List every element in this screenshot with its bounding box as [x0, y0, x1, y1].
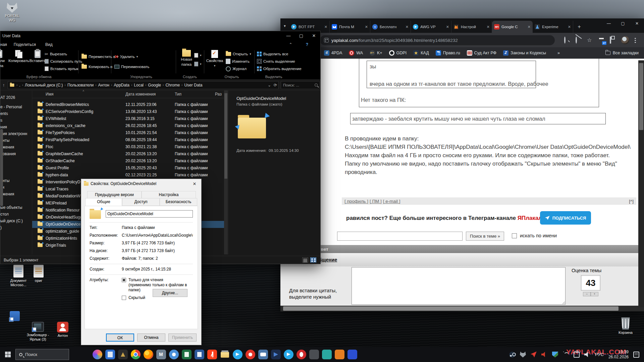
orange-app-icon[interactable] [335, 350, 344, 359]
select-all-button[interactable]: Выделить все [257, 51, 288, 57]
tab-google-active[interactable]: ЯПGoogle C✕ [492, 21, 533, 33]
up-arrow-icon[interactable]: ↑ [0, 82, 7, 87]
close-icon[interactable]: ✕ [487, 25, 490, 29]
tab-awg[interactable]: AWG VP✕ [411, 21, 451, 33]
metatrader-icon[interactable] [156, 350, 166, 359]
clock[interactable]: 19:3926.02.2026 [608, 350, 629, 360]
close-icon[interactable]: ✕ [324, 25, 327, 29]
rating-stepper[interactable]: –+ [583, 292, 598, 296]
move-to-button[interactable]: Переместить в▾ [82, 53, 118, 60]
close-button[interactable]: ✕ [308, 31, 320, 40]
navy-app-icon[interactable] [271, 350, 281, 359]
ribbon-collapse-icon[interactable]: ⌃ [284, 42, 297, 47]
message-textarea[interactable] [352, 267, 566, 305]
cancel-button[interactable]: Отмена [137, 334, 165, 342]
crumb[interactable]: Google [148, 83, 161, 87]
close-icon[interactable]: ✕ [365, 25, 368, 29]
pm-link[interactable]: [ ПМ ] [370, 199, 382, 204]
dark-app-icon[interactable] [309, 350, 319, 359]
taskbar-search-input[interactable]: Поиск [15, 349, 69, 360]
eye-off-icon[interactable] [576, 37, 577, 44]
column-date[interactable]: Дата изменения [125, 92, 156, 97]
invert-selection-button[interactable]: Обратить выделение [257, 65, 302, 72]
red-plane-icon[interactable] [531, 352, 537, 358]
email-link[interactable]: [ e-mail ] [383, 199, 400, 204]
red-volume-icon[interactable] [541, 352, 547, 358]
table-row[interactable]: ECSerivceProvidersConfig13.08.2020 13:43… [32, 108, 224, 115]
desktop-icon-recycle-bin[interactable]: Корзина [611, 317, 640, 335]
word-icon[interactable] [195, 350, 204, 359]
yandex-icon[interactable] [207, 350, 217, 359]
crumb[interactable]: Антон [98, 83, 109, 87]
tab-security[interactable]: Безопасность [160, 198, 197, 206]
crumb[interactable]: . [19, 83, 20, 87]
bookmark-star-icon[interactable]: ☆ [587, 37, 593, 43]
crumb[interactable]: Local [134, 83, 144, 87]
crumb[interactable]: AppData [114, 83, 129, 87]
tab-customize[interactable]: Настройка [142, 191, 196, 198]
opera-icon[interactable] [297, 350, 306, 359]
steam-icon[interactable] [509, 352, 515, 358]
table-row[interactable]: Guest Profile15.05.2025 20:43Папка с фай… [32, 165, 224, 172]
tab-nastroy[interactable]: Настрой✕ [451, 21, 492, 33]
notification-icon[interactable] [633, 352, 639, 358]
tab-general[interactable]: Общие [85, 198, 122, 206]
shield-warning-icon[interactable] [552, 352, 558, 358]
bookmark-sudact[interactable]: Суд Акт РФ [467, 50, 496, 56]
column-name[interactable]: Имя [46, 92, 53, 97]
firefox-icon[interactable] [144, 350, 153, 359]
tab-share[interactable]: Поделиться [9, 42, 41, 47]
avatar[interactable] [621, 36, 629, 44]
wolf-icon[interactable] [520, 352, 526, 358]
table-row[interactable]: hyphen-data02.12.2023 21:25Папка с файла… [32, 172, 224, 179]
apply-button[interactable]: Применить [168, 334, 197, 342]
star-app-icon[interactable] [93, 350, 102, 359]
profile-link[interactable]: [ профиль ] [344, 199, 368, 204]
copy-button[interactable]: Копировать [10, 50, 28, 63]
chevron-down-icon[interactable]: ⌄ [268, 83, 271, 87]
wot-icon[interactable] [118, 350, 128, 359]
hidden-checkbox[interactable] [122, 296, 126, 300]
pin-quick-access-button[interactable]: анелитупа [0, 50, 8, 68]
refresh-icon[interactable]: ⟳ [274, 83, 277, 87]
table-row[interactable]: DeferredBrowserMetrics12.11.2025 23:06Па… [32, 101, 224, 108]
minimize-button[interactable]: — [602, 18, 616, 28]
explorer-folder-icon[interactable] [220, 350, 230, 359]
bookmark-wa[interactable]: WA [349, 50, 363, 56]
desktop-icon-zombie[interactable]: Зомбоящер - Ярлык (3) [23, 322, 52, 342]
rating-minus-button[interactable]: – [583, 292, 591, 296]
minimize-button[interactable]: — [282, 31, 295, 40]
paste-shortcut-button[interactable]: Вставить ярлык [45, 65, 78, 72]
subscribe-button[interactable]: ПОДПИСАТЬСЯ [540, 211, 591, 225]
crumb[interactable]: Локальный диск (C:) [25, 83, 63, 87]
ok-circle-icon[interactable] [169, 350, 179, 359]
thumbnails-view-icon[interactable] [310, 257, 316, 262]
help-icon[interactable]: ? [301, 42, 313, 47]
breadcrumb[interactable]: ›. ›Локальный диск (C:) ›Пользователи ›А… [8, 81, 279, 89]
column-size[interactable]: Раз [215, 92, 222, 97]
sidebar-scrollbar[interactable] [0, 129, 3, 206]
bookmark-gdpi[interactable]: GDPI [389, 50, 407, 56]
tab-sharing[interactable]: Доступ [122, 198, 160, 206]
scrollbar-thumb[interactable] [224, 93, 227, 179]
yandex-browser-icon[interactable] [246, 350, 255, 359]
tab-view[interactable]: Вид [41, 42, 57, 47]
maximize-button[interactable]: ▢ [616, 18, 630, 28]
table-row[interactable]: extensions_crx_cache26.02.2026 18:45Папк… [32, 122, 224, 129]
telegram2-icon[interactable] [284, 350, 293, 359]
topic-search-button[interactable]: Поиск в теме » [466, 232, 504, 241]
sidebar-item[interactable]: ый диск (C:) [0, 219, 23, 223]
crumb[interactable]: Chrome [165, 83, 180, 87]
close-icon[interactable]: ✕ [528, 25, 531, 29]
close-icon[interactable]: ✕ [406, 25, 409, 29]
scrollbar-thumb[interactable] [639, 63, 643, 130]
copy-path-button[interactable]: Скопировать путь [45, 58, 82, 65]
edit-button[interactable]: Изменить [226, 58, 250, 65]
close-icon[interactable]: ✕ [568, 25, 571, 29]
dialog-titlebar[interactable]: Свойства: OptGuideOnDeviceModel [81, 179, 201, 188]
bookmark-kplus[interactable]: K+ [370, 50, 382, 56]
tab-mail[interactable]: Почта M✕ [330, 21, 370, 33]
sidebar-item[interactable]: стол [0, 212, 9, 217]
explorer-search-input[interactable]: Поиск: ... [281, 81, 320, 89]
close-button[interactable]: ✕ [188, 179, 201, 188]
